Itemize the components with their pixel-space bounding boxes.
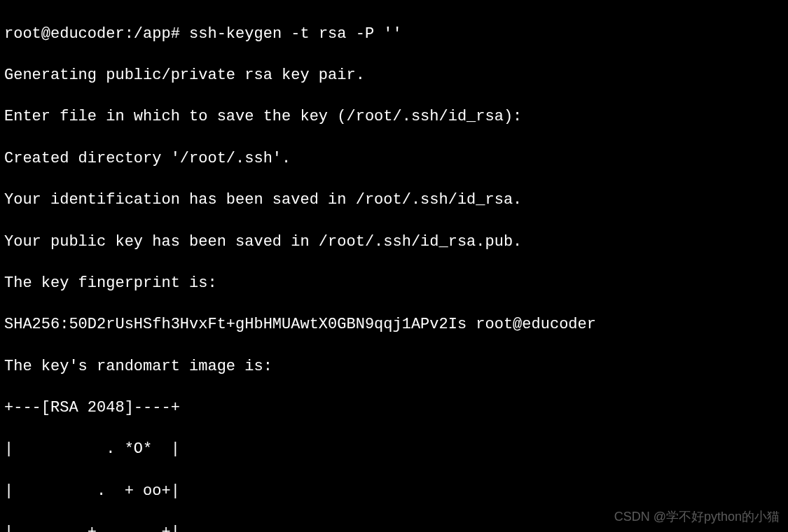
output-line: Created directory '/root/.ssh'. [4,148,784,169]
command-text: ssh-keygen -t rsa -P '' [180,25,402,43]
output-line: Generating public/private rsa key pair. [4,65,784,86]
terminal-output[interactable]: root@educoder:/app# ssh-keygen -t rsa -P… [4,3,784,532]
randomart-line: +---[RSA 2048]----+ [4,398,784,419]
randomart-line: | . *O* | [4,439,784,460]
output-line: The key's randomart image is: [4,356,784,377]
prompt-path: :/app# [125,25,180,43]
output-line: SHA256:50D2rUsHSfh3HvxFt+gHbHMUAwtX0GBN9… [4,314,784,335]
output-line: The key fingerprint is: [4,273,784,294]
prompt-user: root@educoder [4,25,125,43]
command-line-1: root@educoder:/app# ssh-keygen -t rsa -P… [4,24,784,45]
output-line: Your identification has been saved in /r… [4,190,784,211]
output-line: Your public key has been saved in /root/… [4,232,784,253]
output-line: Enter file in which to save the key (/ro… [4,106,784,127]
randomart-line: | . + oo+| [4,481,784,502]
watermark-text: CSDN @学不好python的小猫 [614,508,780,525]
